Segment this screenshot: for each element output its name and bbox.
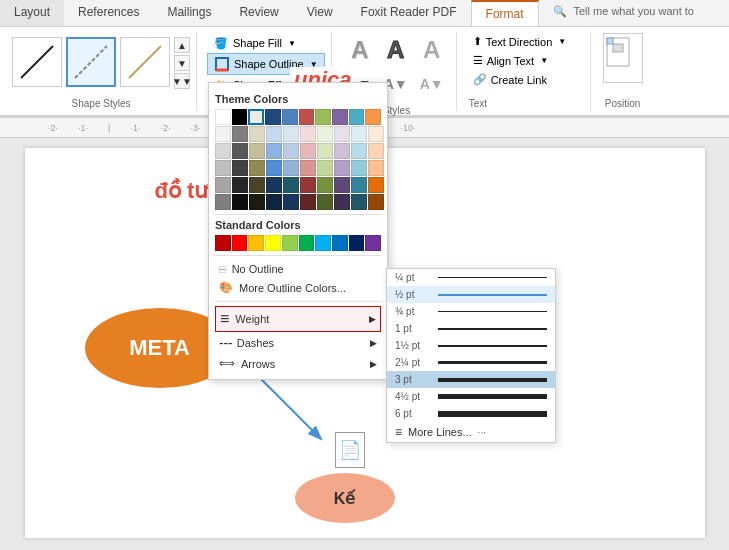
shade-b3[interactable]	[232, 160, 248, 176]
shade-bl3[interactable]	[283, 160, 299, 176]
shade-c4[interactable]	[351, 177, 367, 193]
shade-r1[interactable]	[300, 126, 316, 142]
weight-3pt[interactable]: 3 pt	[387, 371, 555, 388]
weight-45pt[interactable]: 4½ pt	[387, 388, 555, 405]
shade-c1[interactable]	[351, 126, 367, 142]
shade-db1[interactable]	[266, 126, 282, 142]
std-yellow[interactable]	[265, 235, 281, 251]
shade-c2[interactable]	[351, 143, 367, 159]
swatch-red[interactable]	[299, 109, 315, 125]
swatch-tan[interactable]	[248, 109, 264, 125]
shape-fill-button[interactable]: 🪣 Shape Fill ▼	[207, 33, 325, 53]
std-darkblue[interactable]	[349, 235, 365, 251]
shade-r2[interactable]	[300, 143, 316, 159]
weight-1pt[interactable]: 1 pt	[387, 320, 555, 337]
create-link-button[interactable]: 🔗 Create Link	[469, 71, 582, 88]
swatch-darkblue[interactable]	[265, 109, 281, 125]
tab-mailings[interactable]: Mailings	[153, 0, 225, 26]
shade-r3[interactable]	[300, 160, 316, 176]
tab-format[interactable]: Format	[471, 0, 539, 26]
wordart-a3[interactable]: A	[416, 35, 448, 65]
shade-t5[interactable]	[249, 194, 265, 210]
shade-w4[interactable]	[215, 177, 231, 193]
shade-c5[interactable]	[351, 194, 367, 210]
arrows-item[interactable]: ⟺ Arrows ▶	[215, 354, 381, 373]
std-red[interactable]	[232, 235, 248, 251]
shade-db5[interactable]	[266, 194, 282, 210]
weight-05pt[interactable]: ½ pt	[387, 286, 555, 303]
tab-layout[interactable]: Layout	[0, 0, 64, 26]
std-green[interactable]	[299, 235, 315, 251]
weight-075pt[interactable]: ¾ pt	[387, 303, 555, 320]
weight-item[interactable]: ≡ Weight ▶	[215, 306, 381, 332]
shade-p4[interactable]	[334, 177, 350, 193]
weight-025pt[interactable]: ¼ pt	[387, 269, 555, 286]
tab-references[interactable]: References	[64, 0, 153, 26]
shade-g3[interactable]	[317, 160, 333, 176]
shade-c3[interactable]	[351, 160, 367, 176]
shape-scroll-down[interactable]: ▼	[174, 55, 190, 71]
shade-w3[interactable]	[215, 160, 231, 176]
weight-15pt[interactable]: 1½ pt	[387, 337, 555, 354]
swatch-orange[interactable]	[365, 109, 381, 125]
shade-b1[interactable]	[232, 126, 248, 142]
shade-p5[interactable]	[334, 194, 350, 210]
shade-b4[interactable]	[232, 177, 248, 193]
swatch-cyan[interactable]	[349, 109, 365, 125]
weight-225pt[interactable]: 2¼ pt	[387, 354, 555, 371]
shade-g1[interactable]	[317, 126, 333, 142]
shade-db3[interactable]	[266, 160, 282, 176]
tab-tell-me[interactable]: 🔍 Tell me what you want to	[539, 0, 708, 26]
shade-g4[interactable]	[317, 177, 333, 193]
shade-w5[interactable]	[215, 194, 231, 210]
dashes-item[interactable]: - - - Dashes ▶	[215, 332, 381, 354]
shade-o1[interactable]	[368, 126, 384, 142]
shade-w2[interactable]	[215, 143, 231, 159]
more-lines-item[interactable]: ≡ More Lines... ···	[387, 422, 555, 442]
swatch-blue[interactable]	[282, 109, 298, 125]
no-outline-item[interactable]: □ No Outline	[215, 260, 381, 278]
text-direction-button[interactable]: ⬆ Text Direction ▼	[469, 33, 582, 50]
shade-p1[interactable]	[334, 126, 350, 142]
wordart-small-a3[interactable]: A▼	[416, 69, 448, 99]
shade-o2[interactable]	[368, 143, 384, 159]
shade-p2[interactable]	[334, 143, 350, 159]
swatch-white[interactable]	[215, 109, 231, 125]
shade-t4[interactable]	[249, 177, 265, 193]
std-darkred[interactable]	[215, 235, 231, 251]
shade-t3[interactable]	[249, 160, 265, 176]
position-icon-box[interactable]	[603, 33, 643, 83]
shade-b5[interactable]	[232, 194, 248, 210]
shade-b2[interactable]	[232, 143, 248, 159]
swatch-black[interactable]	[232, 109, 248, 125]
shape-preview-2[interactable]	[66, 37, 116, 87]
std-lightblue[interactable]	[315, 235, 331, 251]
shade-t1[interactable]	[249, 126, 265, 142]
shade-bl5[interactable]	[283, 194, 299, 210]
tab-foxit[interactable]: Foxit Reader PDF	[347, 0, 471, 26]
more-colors-item[interactable]: 🎨 More Outline Colors...	[215, 278, 381, 297]
shade-o5[interactable]	[368, 194, 384, 210]
std-blue[interactable]	[332, 235, 348, 251]
tab-review[interactable]: Review	[225, 0, 292, 26]
std-lightgreen[interactable]	[282, 235, 298, 251]
swatch-purple[interactable]	[332, 109, 348, 125]
std-purple[interactable]	[365, 235, 381, 251]
shade-g5[interactable]	[317, 194, 333, 210]
wordart-a1[interactable]: A	[344, 35, 376, 65]
shade-bl1[interactable]	[283, 126, 299, 142]
std-orange[interactable]	[248, 235, 264, 251]
tab-view[interactable]: View	[293, 0, 347, 26]
swatch-green[interactable]	[315, 109, 331, 125]
weight-6pt[interactable]: 6 pt	[387, 405, 555, 422]
shape-expand[interactable]: ▼▼	[174, 73, 190, 89]
shade-o4[interactable]	[368, 177, 384, 193]
shade-g2[interactable]	[317, 143, 333, 159]
align-text-button[interactable]: ☰ Align Text ▼	[469, 52, 582, 69]
shade-p3[interactable]	[334, 160, 350, 176]
shade-db2[interactable]	[266, 143, 282, 159]
shade-o3[interactable]	[368, 160, 384, 176]
shape-preview-3[interactable]	[120, 37, 170, 87]
shade-r4[interactable]	[300, 177, 316, 193]
wordart-a2[interactable]: A	[380, 35, 412, 65]
